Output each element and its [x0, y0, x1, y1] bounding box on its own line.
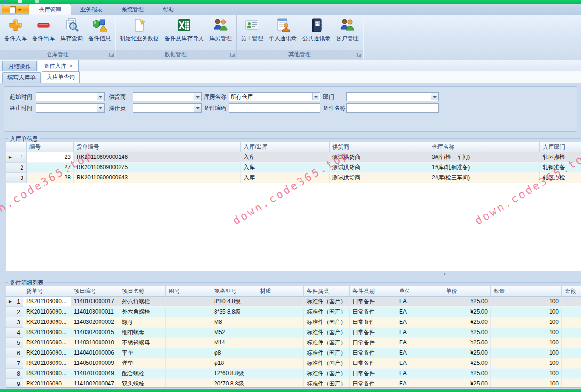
table-cell[interactable]	[562, 338, 581, 348]
table-cell[interactable]: 100	[491, 338, 562, 348]
combo-dropdown-button[interactable]	[97, 104, 104, 112]
table-cell[interactable]	[166, 328, 211, 338]
table-cell[interactable]: 标准件（国产）	[304, 338, 350, 348]
column-header-货单号[interactable]: 货单号	[23, 286, 71, 297]
column-header-单价[interactable]: 单价	[443, 286, 491, 297]
table-row[interactable]: 8RK201106090...1140701000049配合螺栓12*60 8.…	[6, 369, 581, 379]
column-header-项目编号[interactable]: 项目编号	[71, 286, 119, 297]
table-cell[interactable]: 日常备件	[350, 338, 396, 348]
ribbon-button-备件入库[interactable]: 备件入库	[1, 16, 29, 43]
table-cell[interactable]: 100	[491, 358, 562, 369]
table-cell[interactable]: 日常备件	[350, 369, 396, 379]
column-header-图号[interactable]: 图号	[166, 286, 211, 297]
row-indicator[interactable]: 7	[6, 358, 23, 369]
table-cell[interactable]	[257, 328, 304, 338]
sub-tab-填写入库单[interactable]: 填写入库单	[2, 72, 41, 83]
table-cell[interactable]: 23	[27, 152, 74, 163]
table-row[interactable]: 9RK201106090...1141002000047双头螺栓20*70 8.…	[6, 379, 581, 388]
table-cell[interactable]: RK20110609000146	[74, 152, 241, 163]
column-header-规格型号[interactable]: 规格型号	[211, 286, 257, 297]
table-cell[interactable]: 12*60 8.8级	[211, 369, 257, 379]
table-cell[interactable]: φ8	[211, 348, 257, 358]
column-header-入库/出库[interactable]: 入库/出库	[241, 142, 330, 152]
table-cell[interactable]: 100	[491, 297, 562, 307]
table-cell[interactable]: 日常备件	[350, 317, 396, 328]
table-cell[interactable]: 1140310000010	[71, 338, 119, 348]
table-cell[interactable]	[257, 307, 304, 317]
ribbon-button-库房管理[interactable]: 库房管理	[207, 16, 235, 43]
table-cell[interactable]: 1#库(轧钢准备)	[429, 163, 540, 173]
table-cell[interactable]: RK201106090...	[23, 338, 71, 348]
table-cell[interactable]	[166, 307, 211, 317]
splitter-handle-icon[interactable]: ▾	[444, 272, 446, 277]
row-indicator[interactable]: 6	[6, 348, 23, 358]
ribbon-button-初始化业务数据[interactable]: 初始化业务数据	[117, 16, 162, 43]
table-cell[interactable]: ¥25.00	[443, 348, 491, 358]
table-cell[interactable]: 螺母	[119, 317, 166, 328]
table-cell[interactable]: 1140501000009	[71, 358, 119, 369]
table-cell[interactable]: 100	[491, 369, 562, 379]
row-indicator[interactable]: 3	[6, 317, 23, 328]
filter-input-备件编码[interactable]	[229, 103, 320, 113]
table-cell[interactable]	[166, 317, 211, 328]
table-cell[interactable]: 日常备件	[350, 307, 396, 317]
table-cell[interactable]: 标准件（国产）	[304, 317, 350, 328]
table-cell[interactable]: 100	[491, 317, 562, 328]
ribbon-button-备件及库存导入[interactable]: 备件及库存导入	[162, 16, 207, 43]
table-cell[interactable]: ¥25.00	[443, 338, 491, 348]
table-cell[interactable]: 标准件（国产）	[304, 328, 350, 338]
table-cell[interactable]: 100	[491, 348, 562, 358]
column-header-仓库名称[interactable]: 仓库名称	[429, 142, 540, 152]
column-header-单位[interactable]: 单位	[396, 286, 443, 297]
filter-combo-部门[interactable]	[346, 92, 439, 101]
row-indicator[interactable]: 5	[6, 338, 23, 348]
table-cell[interactable]	[257, 317, 304, 328]
table-cell[interactable]	[562, 297, 581, 307]
table-cell[interactable]	[562, 379, 581, 388]
row-indicator[interactable]: 3	[6, 173, 27, 183]
table-row[interactable]: ▶123RK20110609000146入库测试供货商3#库(检三车间)轧区点检	[6, 152, 581, 163]
ribbon-button-公共通讯录[interactable]: 公共通讯录	[300, 16, 333, 43]
menu-tab-仓库管理[interactable]: 仓库管理	[29, 4, 71, 15]
column-header-数量[interactable]: 数量	[491, 286, 562, 297]
column-header-入库部门[interactable]: 入库部门	[540, 142, 581, 152]
table-cell[interactable]: 3#库(检三车间)	[429, 152, 540, 163]
app-menu-button[interactable]	[2, 5, 29, 14]
table-row[interactable]: 328RK20110609000643入库测试供货商2#库(检三车间)轧区点检	[6, 173, 581, 183]
table-cell[interactable]	[166, 358, 211, 369]
filter-combo-起始时间[interactable]	[36, 92, 105, 101]
table-cell[interactable]: φ18	[211, 358, 257, 369]
menu-tab-帮助[interactable]: 帮助	[153, 4, 183, 15]
table-cell[interactable]: 入库	[241, 173, 330, 183]
table-cell[interactable]: 平垫	[119, 348, 166, 358]
table-row[interactable]: 4RK201106090...1140302000015细扣螺母M52标准件（国…	[6, 328, 581, 338]
table-cell[interactable]: RK201106090...	[23, 317, 71, 328]
table-cell[interactable]: RK201106090...	[23, 307, 71, 317]
table-row[interactable]: 5RK201106090...1140310000010不锈钢螺母M14标准件（…	[6, 338, 581, 348]
combo-dropdown-button[interactable]	[431, 93, 438, 100]
table-row[interactable]: 227RK20110609000275入库测试供货商1#库(轧钢准备)轧钢准备	[6, 163, 581, 173]
table-cell[interactable]: 标准件（国产）	[304, 307, 350, 317]
row-indicator[interactable]: 2	[6, 163, 27, 173]
table-cell[interactable]: RK201106090...	[23, 297, 71, 307]
table-cell[interactable]: ¥25.00	[443, 379, 491, 388]
table-cell[interactable]	[257, 338, 304, 348]
column-header-金额[interactable]: 金额	[562, 286, 581, 297]
table-cell[interactable]: RK201106090...	[23, 348, 71, 358]
combo-dropdown-button[interactable]	[194, 93, 201, 100]
table-cell[interactable]: EA	[396, 348, 443, 358]
table-cell[interactable]: 1140701000049	[71, 369, 119, 379]
table-cell[interactable]: 1140302000015	[71, 328, 119, 338]
table-cell[interactable]: RK201106090...	[23, 358, 71, 369]
table-row[interactable]: 2RK201106090...1140103000011外六角螺栓8*35 8.…	[6, 307, 581, 317]
table-cell[interactable]: EA	[396, 369, 443, 379]
dialog-launcher-icon[interactable]	[357, 53, 361, 57]
doc-tab-月结操作[interactable]: 月结操作	[2, 61, 37, 71]
table-cell[interactable]: ¥25.00	[443, 328, 491, 338]
table-cell[interactable]: 配合螺栓	[119, 369, 166, 379]
table-cell[interactable]: 外六角螺栓	[119, 307, 166, 317]
table-cell[interactable]: EA	[396, 317, 443, 328]
row-indicator[interactable]: ▶1	[6, 297, 23, 307]
table-cell[interactable]: 日常备件	[350, 348, 396, 358]
ribbon-button-客户管理[interactable]: 客户管理	[333, 16, 361, 43]
